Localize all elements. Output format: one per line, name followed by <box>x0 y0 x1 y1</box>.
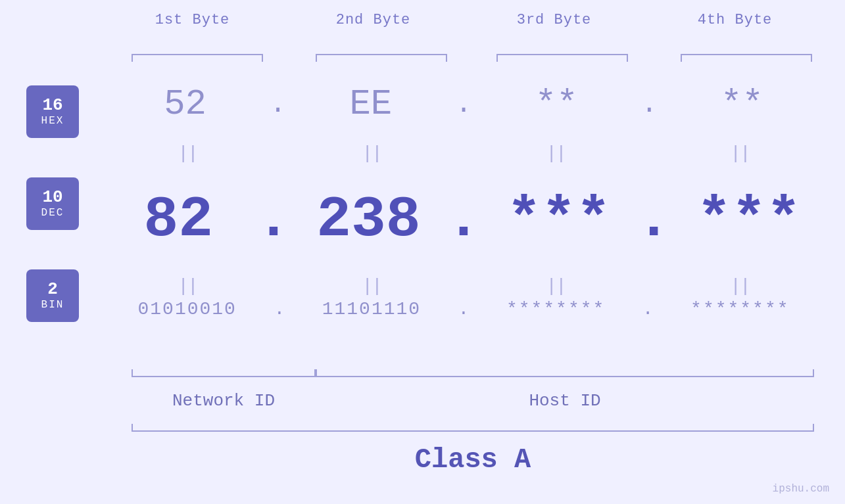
byte-headers: 1st Byte 2nd Byte 3rd Byte 4th Byte <box>102 12 825 28</box>
bin-b2: 11101110 <box>286 299 456 319</box>
hex-b2: EE <box>287 84 454 124</box>
bin-dot-1: . <box>274 299 285 319</box>
dec-b2: 238 <box>292 187 445 252</box>
bracket-class-bottom <box>132 430 814 432</box>
hex-dot-2: . <box>455 89 471 120</box>
eq-2: || <box>286 143 457 164</box>
bracket-top-3 <box>496 54 628 55</box>
eq-8: || <box>654 276 825 296</box>
bin-row: 01010010 . 11101110 . ******** . *******… <box>102 299 825 319</box>
byte-header-3: 3rd Byte <box>464 12 644 28</box>
eq-3: || <box>470 143 641 164</box>
bin-b4: ******** <box>655 299 825 319</box>
bin-b3: ******** <box>470 299 640 319</box>
bracket-network-bottom <box>132 376 316 377</box>
byte-header-4: 4th Byte <box>644 12 825 28</box>
eq-6: || <box>286 276 457 296</box>
hex-b4: ** <box>659 84 825 124</box>
bracket-host-bottom <box>316 376 814 377</box>
dec-b1: 82 <box>102 187 254 252</box>
bracket-top-4 <box>681 54 812 55</box>
bracket-tl-2 <box>316 54 317 62</box>
bracket-tr-1 <box>262 54 263 62</box>
equals-row-1: || || || || <box>102 143 825 164</box>
hex-b1: 52 <box>102 84 268 124</box>
bracket-tl-1 <box>132 54 133 62</box>
badge-hex: 16 HEX <box>26 85 79 138</box>
hex-dot-1: . <box>270 89 286 120</box>
byte-header-1: 1st Byte <box>102 12 283 28</box>
badge-column: 16 HEX 10 DEC 2 BIN <box>26 85 79 322</box>
bracket-tl-3 <box>496 54 498 62</box>
dec-b3: *** <box>482 187 635 252</box>
bracket-host-right <box>813 369 814 377</box>
eq-4: || <box>654 143 825 164</box>
bin-dot-2: . <box>458 299 470 319</box>
eq-7: || <box>470 276 641 296</box>
bracket-host-left <box>316 369 317 377</box>
badge-bin: 2 BIN <box>26 269 79 322</box>
eq-5: || <box>102 276 273 296</box>
bracket-class-right <box>813 424 814 432</box>
badge-dec: 10 DEC <box>26 177 79 230</box>
eq-1: || <box>102 143 273 164</box>
watermark: ipshu.com <box>773 483 829 495</box>
dec-row: 82 . 238 . *** . *** <box>102 187 825 252</box>
bin-dot-3: . <box>642 299 654 319</box>
label-network-id: Network ID <box>132 391 316 411</box>
label-class: Class A <box>132 444 814 476</box>
dec-dot-2: . <box>447 187 481 252</box>
dec-dot-1: . <box>256 187 291 252</box>
bracket-tr-4 <box>811 54 812 62</box>
hex-row: 52 . EE . ** . ** <box>102 84 825 124</box>
main-container: 1st Byte 2nd Byte 3rd Byte 4th Byte 16 H… <box>0 0 845 504</box>
bracket-tl-4 <box>681 54 682 62</box>
bracket-class-left <box>132 424 133 432</box>
label-host-id: Host ID <box>316 391 814 411</box>
bin-b1: 01010010 <box>102 299 272 319</box>
dec-dot-3: . <box>637 187 671 252</box>
dec-b4: *** <box>673 187 825 252</box>
equals-row-2: || || || || <box>102 276 825 296</box>
bracket-tr-2 <box>446 54 447 62</box>
byte-header-2: 2nd Byte <box>283 12 464 28</box>
bracket-network-left <box>132 369 133 377</box>
bracket-top-2 <box>316 54 447 55</box>
hex-dot-3: . <box>641 89 658 120</box>
bracket-tr-3 <box>627 54 628 62</box>
bracket-top-1 <box>132 54 263 55</box>
hex-b3: ** <box>473 84 640 124</box>
